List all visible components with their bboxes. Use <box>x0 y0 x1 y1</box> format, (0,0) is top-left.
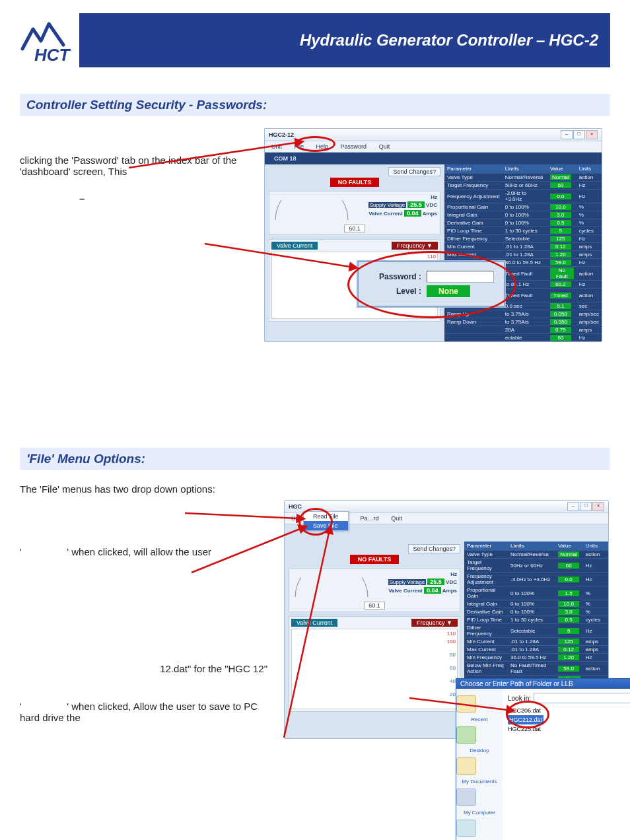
param-value[interactable]: 3.0 <box>550 212 571 218</box>
param-value[interactable]: Normal <box>550 174 571 180</box>
param-row: Derivative Gain0 to 100%3.0% <box>464 608 608 616</box>
param-value[interactable]: 1.5 <box>558 590 579 596</box>
menu-unit[interactable]: Unit <box>266 143 287 151</box>
send-changes-button[interactable]: Send Changes? <box>388 167 440 176</box>
param-row: Ramp Downto 3.75A/s0.050amp/sec <box>444 318 602 326</box>
menu-help[interactable]: Help <box>311 143 334 151</box>
param-value[interactable]: 0.75 <box>550 327 571 333</box>
param-row: PID Loop Time1 to 30 cycles5cycles <box>444 227 602 235</box>
param-value[interactable]: 59.0 <box>550 260 571 265</box>
graph-box-2: Valve Current Frequency ▼ 110 100 80 60 … <box>289 616 460 712</box>
section1-heading: Controller Setting Security - Passwords: <box>26 98 604 112</box>
level-label: Level : <box>368 287 421 296</box>
menu-password[interactable]: Password <box>335 143 372 151</box>
param-value[interactable]: 10.0 <box>558 601 579 607</box>
param-value[interactable]: 0.5 <box>558 617 579 623</box>
file-item-2[interactable]: HGC225.dat <box>508 724 630 734</box>
file-save-item[interactable]: Save File <box>304 521 348 530</box>
param-value[interactable]: 0.12 <box>558 647 579 652</box>
param-value[interactable]: 125 <box>558 639 579 645</box>
menu2-password[interactable]: Pa…rd <box>355 514 384 522</box>
param-value[interactable]: 10.0 <box>550 204 571 210</box>
valve-current-label: Valve Current <box>368 211 403 217</box>
section1-para1: clicking the 'Password' tab on the index… <box>20 155 254 177</box>
param-value[interactable]: 0.050 <box>550 319 571 325</box>
param-value[interactable]: 0.1 <box>550 303 571 309</box>
param-row: Min Current.01 to 1.28A0.12amps <box>444 243 602 251</box>
readfile-prefix: ' <box>20 546 22 557</box>
section2-heading: 'File' Menu Options: <box>26 452 604 466</box>
graph-valve-current-button[interactable]: Valve Current <box>271 242 318 250</box>
param-value[interactable]: 5 <box>550 228 571 234</box>
maximize-button[interactable]: □ <box>573 130 585 139</box>
file-item-0[interactable]: HGC206.dat <box>508 706 630 715</box>
no-faults-badge: NO FAULTS <box>330 178 379 187</box>
file-item-1[interactable]: HGC212.dat <box>508 715 543 724</box>
lookin-field[interactable] <box>534 693 630 703</box>
file-read-item[interactable]: Read File <box>304 512 348 521</box>
param-row: Dither FrequencySelectable125Hz <box>444 235 602 243</box>
menubar: Unit File Help Password Quit <box>265 141 602 153</box>
gauge-box-2: Hz Supply Voltage 25.5 VDC Valve Current… <box>289 568 460 612</box>
param-value[interactable]: 60 <box>550 182 571 188</box>
place-mydocuments[interactable]: My Documents <box>456 757 503 785</box>
section2-intro: The 'File' menus has two drop down optio… <box>20 483 610 495</box>
savefile-prefix: ' <box>20 701 22 712</box>
param-row: PID Loop Time1 to 30 cycles0.5cycles <box>464 616 608 624</box>
lookin-label: Look in: <box>508 695 531 702</box>
no-faults-badge-2: NO FAULTS <box>350 555 399 564</box>
minimize-button[interactable]: – <box>561 130 573 139</box>
password-field[interactable] <box>427 271 494 283</box>
param-value[interactable]: 0.5 <box>550 220 571 226</box>
password-label: Password : <box>368 272 421 281</box>
menu-quit[interactable]: Quit <box>374 143 396 151</box>
file-dialog-title: Choose or Enter Path of Folder or LLB <box>456 679 630 689</box>
graph-frequency-button[interactable]: Frequency ▼ <box>392 242 438 250</box>
param-row: Valve TypeNormal/ReverseNormalaction <box>444 174 602 182</box>
menu-file[interactable]: File <box>289 143 310 151</box>
gauge-box: Hz Supply Voltage 25.5 VDC Valve Current… <box>269 191 440 235</box>
param-value[interactable]: 60 <box>558 563 579 569</box>
param-value[interactable]: No Fault <box>550 267 574 279</box>
place-recent[interactable]: Recent <box>456 695 503 722</box>
param-row: Min Current.01 to 1.28A125amps <box>464 638 608 646</box>
param-value[interactable]: 1.20 <box>558 654 579 660</box>
param-row: Below Min Freq ActionNo Fault/Timed Faul… <box>464 662 608 676</box>
window-title-2: HGC <box>289 503 302 510</box>
section1-heading-band: Controller Setting Security - Passwords: <box>20 94 610 116</box>
param-value[interactable]: 5 <box>558 628 579 634</box>
param-col-limits: Limits <box>503 164 547 174</box>
param-row: Integral Gain0 to 100%10.0% <box>464 600 608 608</box>
param-value[interactable]: 125 <box>550 236 571 242</box>
close-button[interactable]: × <box>586 130 598 139</box>
param-value[interactable]: 1.20 <box>550 252 571 258</box>
param-value[interactable]: 0.050 <box>550 311 571 317</box>
param-value[interactable]: 60.2 <box>550 281 571 287</box>
place-mynetwork[interactable]: My Network <box>456 820 503 840</box>
param-value[interactable]: 0.0 <box>550 193 571 199</box>
param-row: Frequency Adjustment-3.0Hz to +3.0Hz0.0H… <box>464 573 608 586</box>
section2-text: ' ' when clicked, will allow the user 12… <box>20 500 284 733</box>
param-value[interactable]: Normal <box>558 551 579 557</box>
title-separator: – <box>532 31 549 50</box>
param-value[interactable]: 0.0 <box>558 577 579 582</box>
param-value[interactable]: 59.0 <box>558 666 579 672</box>
place-desktop[interactable]: Desktop <box>456 726 503 753</box>
param-value[interactable]: 60 <box>550 335 571 341</box>
menu2-quit[interactable]: Quit <box>386 514 407 522</box>
supply-voltage-unit: VDC <box>426 202 437 208</box>
logo: HCT <box>20 13 79 67</box>
minimize-button-2[interactable]: – <box>567 502 579 511</box>
send-changes-button-2[interactable]: Send Changes? <box>408 544 460 553</box>
param-value[interactable]: Timed <box>550 293 571 298</box>
maximize-button-2[interactable]: □ <box>580 502 592 511</box>
param-row: Ramp Upto 3.75A/s0.050amp/sec <box>444 310 602 318</box>
param-row: Derivative Gain0 to 100%0.5% <box>444 219 602 227</box>
place-mycomputer[interactable]: My Computer <box>456 788 503 816</box>
param-value[interactable]: 0.12 <box>550 244 571 250</box>
close-button-2[interactable]: × <box>592 502 604 511</box>
param-value[interactable]: 3.0 <box>558 609 579 615</box>
file-example: 12.dat" for the "HGC 12" <box>20 663 274 674</box>
param-row: Proportional Gain0 to 100%1.5% <box>464 586 608 600</box>
param-row: Target Frequency50Hz or 60Hz60Hz <box>444 182 602 190</box>
